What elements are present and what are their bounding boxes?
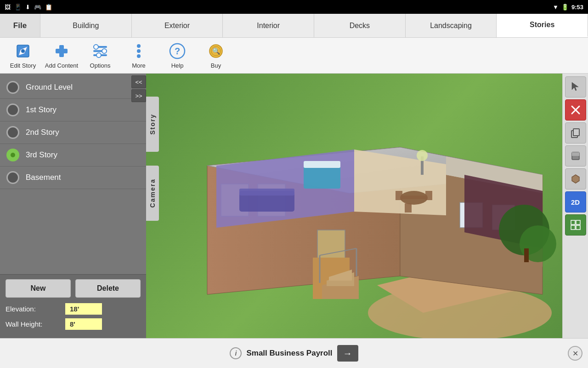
more-label: More — [132, 62, 146, 69]
svg-rect-45 — [304, 161, 340, 189]
tab-stories[interactable]: Stories — [497, 14, 588, 37]
elevation-field: Elevation: — [6, 303, 141, 315]
status-bar: 🖼 📱 ⬇ 🎮 📋 ▼ 🔋 9:53 — [0, 0, 588, 14]
svg-rect-65 — [571, 225, 575, 230]
ad-close-button[interactable]: ✕ — [568, 346, 582, 361]
svg-line-54 — [320, 248, 356, 255]
svg-marker-31 — [216, 150, 354, 228]
svg-marker-34 — [446, 156, 543, 193]
options-icon — [91, 42, 109, 60]
story-radio-first — [6, 104, 19, 116]
svg-marker-23 — [207, 147, 543, 193]
status-icon-screenshot: 🖼 — [5, 4, 11, 11]
elevation-input[interactable] — [65, 303, 102, 315]
tabs-bar: File Building Exterior Interior Decks La… — [0, 14, 588, 38]
svg-rect-49 — [524, 248, 529, 262]
more-icon — [130, 42, 148, 60]
status-icon-download: ⬇ — [25, 4, 30, 11]
svg-marker-37 — [464, 175, 543, 248]
svg-point-48 — [520, 225, 556, 262]
add-content-button[interactable]: Add Content — [43, 40, 80, 72]
story-label-second: 2nd Story — [26, 128, 59, 137]
viewport[interactable] — [146, 74, 562, 338]
svg-rect-63 — [571, 220, 575, 224]
svg-marker-21 — [207, 147, 400, 294]
svg-text:?: ? — [175, 46, 180, 56]
edit-story-button[interactable]: Edit Story — [5, 40, 41, 72]
grid-button[interactable] — [565, 214, 586, 236]
svg-rect-25 — [258, 184, 285, 216]
svg-rect-61 — [572, 152, 579, 156]
arrow-down-button[interactable]: >> — [131, 89, 146, 102]
svg-rect-59 — [573, 129, 579, 136]
wall-height-field: Wall Height: — [6, 318, 141, 330]
shape-button[interactable] — [565, 168, 586, 190]
svg-rect-64 — [576, 220, 580, 224]
ad-info-icon[interactable]: i — [230, 347, 242, 359]
svg-rect-46 — [304, 161, 340, 168]
tab-building[interactable]: Building — [40, 14, 132, 37]
svg-marker-32 — [354, 150, 469, 216]
edit-story-label: Edit Story — [10, 62, 36, 69]
help-button[interactable]: ? Help — [159, 40, 196, 72]
svg-rect-41 — [425, 191, 432, 200]
status-icon-phone: 📱 — [14, 4, 22, 11]
status-right: ▼ 🔋 9:53 — [553, 4, 583, 11]
view-2d-button[interactable]: 2D — [565, 191, 586, 213]
story-list: Ground Level 1st Story 2nd Story 3rd Sto… — [0, 74, 146, 274]
new-button[interactable]: New — [6, 279, 71, 298]
svg-rect-43 — [239, 191, 294, 212]
story-item-first[interactable]: 1st Story — [0, 99, 146, 121]
ad-arrow-button[interactable]: → — [337, 345, 358, 362]
help-label: Help — [171, 62, 184, 69]
main-content: Ground Level 1st Story 2nd Story 3rd Sto… — [0, 74, 588, 338]
svg-rect-42 — [405, 203, 412, 213]
story-item-ground[interactable]: Ground Level — [0, 76, 146, 99]
svg-marker-33 — [446, 175, 543, 267]
story-radio-basement — [6, 171, 19, 184]
story-item-third[interactable]: 3rd Story — [0, 144, 146, 167]
view-2d-label: 2D — [571, 198, 580, 206]
add-content-label: Add Content — [45, 62, 78, 69]
story-item-second[interactable]: 2nd Story — [0, 121, 146, 144]
wall-height-input[interactable] — [65, 318, 102, 330]
buy-icon: 🔍 — [207, 42, 225, 60]
arrow-up-button[interactable]: << — [131, 75, 146, 88]
tab-exterior[interactable]: Exterior — [132, 14, 223, 37]
box-button[interactable] — [565, 145, 586, 167]
camera-side-tab[interactable]: Camera — [146, 166, 159, 221]
clock: 9:53 — [571, 4, 583, 11]
status-icons: 🖼 📱 ⬇ 🎮 📋 — [5, 4, 52, 11]
svg-marker-30 — [329, 270, 352, 281]
ad-text: Small Business Payroll — [246, 349, 332, 358]
svg-text:🔍: 🔍 — [212, 47, 220, 55]
story-arrows: << >> — [130, 74, 146, 104]
right-toolbar: 2D — [562, 74, 588, 338]
delete-tool-button[interactable] — [565, 99, 586, 121]
buy-button[interactable]: 🔍 Buy — [198, 40, 234, 72]
svg-point-38 — [400, 191, 428, 205]
options-button[interactable]: Options — [82, 40, 119, 72]
tab-interior[interactable]: Interior — [223, 14, 314, 37]
tab-file[interactable]: File — [0, 14, 40, 37]
svg-point-51 — [417, 150, 428, 161]
copy-button[interactable] — [565, 122, 586, 144]
svg-point-19 — [368, 285, 552, 338]
svg-point-12 — [137, 49, 141, 53]
cursor-button[interactable] — [565, 76, 586, 98]
camera-tab-label: Camera — [149, 178, 156, 207]
delete-button[interactable]: Delete — [75, 279, 141, 298]
svg-marker-28 — [322, 276, 359, 299]
svg-point-2 — [21, 49, 25, 53]
add-content-icon — [52, 42, 71, 60]
svg-marker-55 — [572, 82, 578, 91]
svg-rect-4 — [59, 45, 64, 57]
tab-landscaping[interactable]: Landscaping — [406, 14, 497, 37]
more-button[interactable]: More — [120, 40, 157, 72]
story-item-basement[interactable]: Basement — [0, 167, 146, 189]
svg-rect-66 — [576, 225, 580, 230]
tab-decks[interactable]: Decks — [314, 14, 406, 37]
svg-marker-62 — [572, 175, 579, 183]
edit-story-icon — [14, 42, 32, 60]
story-side-tab[interactable]: Story — [146, 97, 159, 152]
